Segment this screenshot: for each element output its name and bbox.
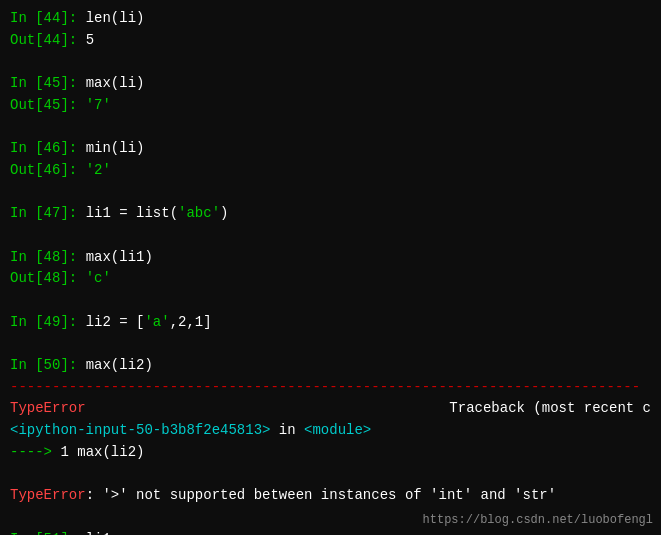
line-in47: In [47]: li1 = list('abc') xyxy=(10,203,651,225)
line-out48: Out[48]: 'c' xyxy=(10,268,651,290)
blank-line xyxy=(10,51,651,73)
terminal: In [44]: len(li) Out[44]: 5 In [45]: max… xyxy=(0,0,661,535)
line-in51: In [51]: li1 xyxy=(10,529,651,536)
terror-message-line: TypeError: '>' not supported between ins… xyxy=(10,485,651,507)
line-out45: Out[45]: '7' xyxy=(10,95,651,117)
line-in45: In [45]: max(li) xyxy=(10,73,651,95)
error-dashed-line: ----------------------------------------… xyxy=(10,377,651,399)
line-in44: In [44]: len(li) xyxy=(10,8,651,30)
blank-line xyxy=(10,463,651,485)
out-prompt-44: Out[44]: xyxy=(10,32,86,48)
error-type-label: TypeError xyxy=(10,398,86,420)
line-out46: Out[46]: '2' xyxy=(10,160,651,182)
blank-line xyxy=(10,290,651,312)
line-in49: In [49]: li2 = ['a',2,1] xyxy=(10,312,651,334)
line-in46: In [46]: min(li) xyxy=(10,138,651,160)
blank-line xyxy=(10,182,651,204)
ipython-input-line: <ipython-input-50-b3b8f2e45813> in <modu… xyxy=(10,420,651,442)
blank-line xyxy=(10,225,651,247)
blank-line xyxy=(10,333,651,355)
line-out44: Out[44]: 5 xyxy=(10,30,651,52)
prompt-44: In [44]: xyxy=(10,10,86,26)
traceback-header: TypeError Traceback (most recent c xyxy=(10,398,651,420)
arrow-code-line: ----> 1 max(li2) xyxy=(10,442,651,464)
traceback-label: Traceback (most recent c xyxy=(181,398,651,420)
blank-line xyxy=(10,116,651,138)
line-in48: In [48]: max(li1) xyxy=(10,247,651,269)
line-in50: In [50]: max(li2) xyxy=(10,355,651,377)
watermark: https://blog.csdn.net/luobofengl xyxy=(423,513,653,527)
